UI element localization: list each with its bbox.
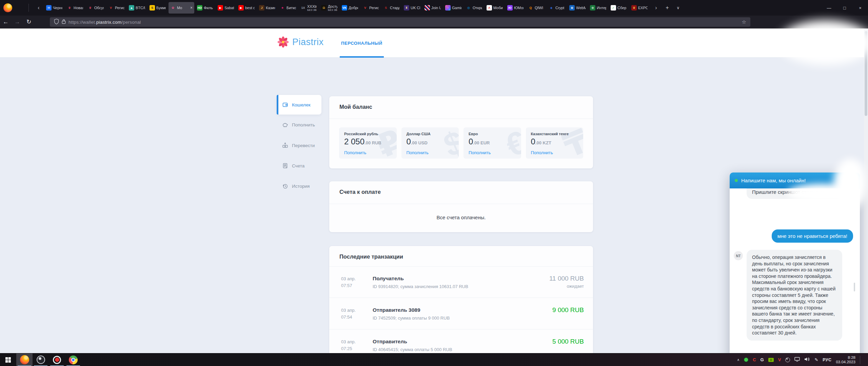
tab-title: Филь	[204, 6, 213, 10]
tray-vpn-icon[interactable]: V	[778, 357, 781, 362]
browser-tab[interactable]: ▶ Sabat	[216, 2, 236, 14]
minimize-button[interactable]: —	[821, 0, 837, 16]
browser-tab[interactable]: ♛ Обсуж	[86, 2, 105, 14]
transaction-datetime: 03 апр.07:54	[341, 307, 356, 321]
topup-link[interactable]: Пополнить	[469, 150, 516, 155]
browser-tab[interactable]: ✿ Мо ×	[169, 2, 194, 14]
tab-favicon-icon: ✓	[611, 5, 616, 11]
tab-personal[interactable]: ПЕРСОНАЛЬНЫЙ	[340, 28, 384, 58]
browser-tab[interactable]: VK Добро	[340, 2, 360, 14]
start-button[interactable]	[0, 353, 16, 366]
tab-title: Gamin	[452, 6, 461, 10]
browser-tab[interactable]: Join U	[423, 2, 442, 14]
chat-scrollbar-thumb[interactable]	[854, 283, 855, 291]
forward-button[interactable]: →	[12, 19, 23, 25]
browser-tab[interactable]: ◗ Gamin	[443, 2, 463, 14]
currency-amount: 0.00 USD	[407, 137, 454, 147]
browser-tab[interactable]: ♛ Новая	[65, 2, 85, 14]
browser-tab[interactable]: ♛ EXPO	[630, 2, 649, 14]
tray-guard-icon[interactable]: C	[753, 357, 756, 362]
browser-tab[interactable]: ✉ Черно	[44, 2, 64, 14]
browser-tab[interactable]: V Регис	[106, 2, 126, 14]
browser-tab[interactable]: ▶ best o	[237, 2, 256, 14]
tab-title: Интер	[597, 6, 606, 10]
bookmark-star-icon[interactable]: ☆	[742, 19, 746, 25]
lock-icon[interactable]	[62, 19, 66, 25]
browser-tab[interactable]: S Стард	[381, 2, 401, 14]
browser-tab[interactable]: ✓ Сбер	[609, 2, 629, 14]
taskbar-app-chrome[interactable]	[65, 353, 81, 366]
browser-tab[interactable]: А Моби	[485, 2, 505, 14]
piastrix-logo[interactable]: Piastrix	[277, 36, 324, 48]
tab-scroll-right-button[interactable]: ›	[650, 5, 662, 11]
browser-tab[interactable]: 1X XXXtr БЕЗ ЗВ	[299, 2, 318, 14]
url-bar[interactable]: https://wallet.piastrix.com/personal ☆	[50, 17, 750, 27]
tab-favicon-icon: ✉	[46, 5, 52, 11]
taskbar-app-obs[interactable]	[33, 353, 49, 366]
browser-tab[interactable]: J Казин	[257, 2, 277, 14]
language-indicator[interactable]: РУС	[823, 358, 831, 362]
tab-list-dropdown-button[interactable]: ∨	[673, 5, 684, 10]
browser-tab[interactable]: Ю ЮМон	[506, 2, 525, 14]
browser-tab[interactable]: V Регис	[361, 2, 380, 14]
chat-agent-avatar: NT	[734, 251, 743, 260]
transaction-row[interactable]: 03 апр.07:57 Получатель ID 93914820; сум…	[329, 266, 593, 298]
firefox-view-button[interactable]	[0, 0, 16, 16]
tray-pen-icon[interactable]: ✎	[814, 357, 818, 362]
shield-icon[interactable]	[54, 19, 59, 26]
wallet-icon	[282, 102, 288, 108]
back-button[interactable]: ←	[0, 19, 12, 25]
reload-button[interactable]: ↻	[23, 18, 35, 25]
hidden-icons-chevron[interactable]: ∧	[737, 358, 739, 362]
sidebar-item-topup[interactable]: Пополнить	[277, 117, 321, 132]
system-tray: ∧ C G V ✎ РУС 8:2803.04.2023	[737, 353, 868, 366]
sidebar-item-history[interactable]: История	[277, 179, 321, 194]
transaction-row[interactable]: 03 апр.07:54 Отправитель 3089 ID 7452509…	[329, 298, 593, 329]
tray-obs-icon[interactable]	[785, 358, 790, 362]
browser-tab[interactable]: ★ Битко	[278, 2, 298, 14]
topup-link[interactable]: Пополнить	[344, 150, 392, 155]
tab-scroll-left-button[interactable]: ‹	[33, 5, 44, 11]
browser-tab[interactable]: S Букме	[148, 2, 167, 14]
tray-volume-icon[interactable]	[804, 357, 810, 363]
tab-favicon-icon: ✿	[170, 5, 176, 11]
browser-tab[interactable]: ⊛ Интер	[588, 2, 608, 14]
chat-header-title: Напишите нам, мы онлайн!	[741, 178, 806, 183]
browser-tab[interactable]: ▲ BTC/U	[127, 2, 147, 14]
taskbar-app-recorder[interactable]	[49, 353, 65, 366]
new-tab-button[interactable]: +	[662, 5, 673, 11]
tab-favicon-icon: ★	[280, 5, 285, 11]
tab-title: Стард	[390, 6, 399, 10]
maximize-button[interactable]: □	[837, 0, 852, 16]
close-button[interactable]: ×	[852, 0, 868, 16]
sidebar-item-wallet[interactable]: Кошелек	[277, 95, 321, 115]
url-text[interactable]: https://wallet.piastrix.com/personal	[68, 20, 141, 25]
tray-nvidia-icon[interactable]	[768, 358, 774, 362]
topup-link[interactable]: Пополнить	[407, 150, 454, 155]
sidebar-item-invoices[interactable]: $ Счета	[277, 158, 321, 173]
obs-icon	[37, 355, 45, 364]
tab-close-icon[interactable]: ×	[190, 5, 193, 10]
browser-tab[interactable]: ⊕ WebM	[568, 2, 587, 14]
tray-status-icon[interactable]	[744, 358, 748, 362]
tray-network-icon[interactable]	[794, 357, 800, 363]
tab-favicon-icon: V	[362, 5, 368, 11]
browser-tab[interactable]: Ω Досту БЕЗ ЗВ	[319, 2, 339, 14]
browser-tab[interactable]: Q QIWI	[526, 2, 546, 14]
topup-link[interactable]: Пополнить	[531, 150, 578, 155]
tab-favicon-icon: ⊕	[569, 5, 575, 11]
browser-tab[interactable]: HD Филь	[195, 2, 215, 14]
transaction-row[interactable]: 03 апр.07:25 Отправитель ID 40645415; су…	[329, 329, 593, 353]
time: 8:28	[848, 355, 855, 360]
tab-title: Добро	[349, 6, 358, 10]
tray-logitech-icon[interactable]: G	[761, 357, 764, 362]
browser-tab[interactable]: ◎ Откры	[464, 2, 484, 14]
taskbar-app-firefox[interactable]	[16, 353, 33, 366]
tab-favicon-icon: Ю	[507, 5, 513, 11]
transactions-title: Последние транзакции	[339, 253, 403, 260]
browser-tab[interactable]: ♜ UK Cl	[402, 2, 422, 14]
sidebar-item-transfer[interactable]: Перевести	[277, 138, 321, 153]
browser-tab[interactable]: ◈ Crypt	[547, 2, 567, 14]
sidebar-item-label: История	[292, 184, 310, 189]
clock[interactable]: 8:2803.04.2023	[836, 355, 855, 364]
